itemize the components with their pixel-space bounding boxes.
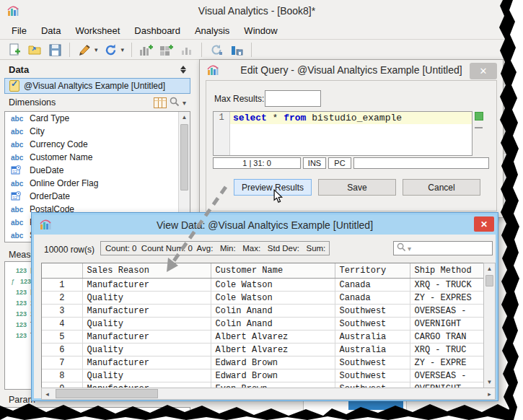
menu-item-worksheet[interactable]: Worksheet <box>68 23 127 38</box>
export-view-icon[interactable] <box>228 42 245 58</box>
new-dashboard-icon[interactable] <box>158 42 175 58</box>
table-row[interactable]: 2QualityCole WatsonCanadaZY - EXPRES <box>42 292 483 305</box>
dimension-item[interactable]: 12OrderDate <box>5 190 190 203</box>
view-data-grid-icon[interactable] <box>154 97 167 108</box>
table-cell: XRQ - TRUCK <box>410 279 483 292</box>
parameters-list[interactable] <box>4 407 190 420</box>
table-row[interactable]: 3ManufacturerColin AnandSouthwestOVERSEA… <box>42 305 483 318</box>
save-button[interactable]: Save <box>318 179 396 196</box>
table-row[interactable]: 6QualityAlbert AlvarezAustraliaXRQ - TRU… <box>42 344 483 356</box>
dimension-label: Card Type <box>30 113 69 123</box>
table-row[interactable]: 5ManufacturerAlbert AlvarezAustraliaCARG… <box>42 331 483 344</box>
table-cell: Canada <box>335 279 410 292</box>
toolbar-separator <box>251 43 252 57</box>
table-cell: OVERNIGHT <box>410 318 483 331</box>
scroll-up-icon[interactable]: ▲ <box>179 112 190 123</box>
table-row[interactable]: 7ManufacturerEdward BrownSouthwestZY - E… <box>42 356 483 369</box>
table-cell: Southwest <box>335 356 410 369</box>
scroll-right-icon[interactable]: ▸ <box>484 388 495 399</box>
scroll-up-icon[interactable]: ▲ <box>484 263 495 274</box>
table-cell: CARGO TRAN <box>410 331 483 344</box>
menu-item-data[interactable]: Data <box>34 23 68 38</box>
column-header[interactable]: Customer Name <box>211 263 335 279</box>
find-field-icon[interactable] <box>170 97 180 109</box>
close-icon[interactable]: ✕ <box>470 63 497 79</box>
search-input[interactable]: ▾ <box>393 241 493 255</box>
row-number-cell: 1 <box>42 279 82 292</box>
dimension-item[interactable]: abcCard Type <box>5 112 190 125</box>
menu-item-dashboard[interactable]: Dashboard <box>127 23 188 38</box>
scroll-left-icon[interactable]: ◂ <box>42 388 53 399</box>
max-results-input[interactable] <box>265 90 321 107</box>
new-workbook-icon[interactable] <box>6 42 23 58</box>
scrollbar-thumb[interactable] <box>180 124 188 191</box>
refresh-view-icon[interactable] <box>208 42 225 58</box>
table-cell: Australia <box>335 331 410 344</box>
data-source-icon[interactable] <box>76 42 93 58</box>
row-number-cell: 4 <box>42 318 82 331</box>
new-worksheet-icon[interactable] <box>138 42 155 58</box>
table-row[interactable]: 4QualityColin AnandSouthwestOVERNIGHT <box>42 318 483 331</box>
ok-marker-icon <box>475 112 483 121</box>
table-vertical-scrollbar[interactable]: ▲ ▼ <box>483 263 496 388</box>
table-row[interactable]: 1ManufacturerCole WatsonCanadaXRQ - TRUC… <box>42 279 483 292</box>
data-panel-title: Data <box>9 64 29 75</box>
numeric-icon: 123 <box>15 278 31 285</box>
chart-icon[interactable] <box>178 42 195 58</box>
table-row[interactable]: 8QualityEdward BrownSouthwestOVERSEAS - <box>42 369 483 382</box>
data-table[interactable]: Sales ReasonCustomer NameTerritoryShip M… <box>41 263 484 388</box>
dimension-item[interactable]: abcCity <box>5 125 190 138</box>
table-horizontal-scrollbar[interactable]: ◂ ▸ <box>41 388 496 400</box>
connection-item[interactable]: @Visual Analtyics Example [Untitled] <box>4 78 190 94</box>
abc-icon: abc <box>11 115 25 123</box>
table-header: Sales ReasonCustomer NameTerritoryShip M… <box>42 263 483 279</box>
dimension-item[interactable]: abcCurrency Code <box>5 138 190 151</box>
open-workbook-icon[interactable] <box>26 42 43 58</box>
abc-icon: abc <box>11 141 25 149</box>
abc-icon: abc <box>11 206 25 214</box>
toolbar-separator <box>131 43 132 57</box>
save-workbook-icon[interactable] <box>46 42 63 58</box>
table-cell: Colin Anand <box>211 305 335 318</box>
refresh-data-icon[interactable] <box>102 42 120 58</box>
screenshot-stage: Visual Analytics - [Book8]* FileDataWork… <box>0 0 523 420</box>
scrollbar-thumb[interactable] <box>56 389 158 398</box>
close-icon[interactable]: ✕ <box>474 216 494 232</box>
edit-query-titlebar: Edit Query - @Visual Analtyics Example [… <box>200 60 503 80</box>
table-cell: Manufacturer <box>82 305 211 318</box>
dimension-label: City <box>30 126 45 136</box>
column-header[interactable] <box>42 263 82 279</box>
refresh-data-caret-icon[interactable]: ▾ <box>121 46 125 53</box>
abc-icon: abc <box>11 232 25 240</box>
menu-item-file[interactable]: File <box>4 23 34 38</box>
column-header[interactable]: Sales Reason <box>82 263 211 279</box>
scroll-down-icon[interactable]: ▼ <box>484 377 495 388</box>
sort-updown-icon[interactable] <box>180 66 186 74</box>
connection-label: @Visual Analtyics Example [Untitled] <box>24 81 165 91</box>
table-cell: Manufacturer <box>82 356 211 369</box>
data-source-caret-icon[interactable]: ▾ <box>95 46 98 53</box>
dimension-label: Currency Code <box>30 139 88 149</box>
column-header[interactable]: Territory <box>335 263 410 279</box>
search-caret-icon[interactable]: ▾ <box>408 245 411 253</box>
abc-icon: abc <box>11 219 25 227</box>
sql-editor[interactable]: 1 select * from bistudio_example <box>213 111 473 156</box>
menu-item-analysis[interactable]: Analysis <box>188 23 237 38</box>
dimension-item[interactable]: 12DueDate <box>5 164 190 177</box>
table-cell: Albert Alvarez <box>211 331 335 344</box>
numeric-icon: 123 <box>11 332 27 339</box>
scrollbar-thumb[interactable] <box>485 275 493 286</box>
connection-check-icon <box>9 80 19 92</box>
view-data-dialog: View Data: @Visual Analtyics Example [Un… <box>31 212 498 401</box>
dimensions-menu-caret-icon[interactable]: ▾ <box>183 99 186 107</box>
cancel-button[interactable]: Cancel <box>403 179 480 196</box>
column-header[interactable]: Ship Method <box>410 263 483 279</box>
row-number-cell: 8 <box>42 369 82 382</box>
table-cell: Edward Brown <box>211 369 335 382</box>
dimension-item[interactable]: abcOnline Order Flag <box>5 177 190 190</box>
dimension-item[interactable]: abcCustomer Name <box>5 151 190 164</box>
sql-code-line[interactable]: select * from bistudio_example <box>230 112 472 124</box>
view-data-title: View Data: @Visual Analtyics Example [Un… <box>157 219 373 231</box>
menu-item-window[interactable]: Window <box>237 23 284 38</box>
table-cell: Quality <box>82 344 211 356</box>
